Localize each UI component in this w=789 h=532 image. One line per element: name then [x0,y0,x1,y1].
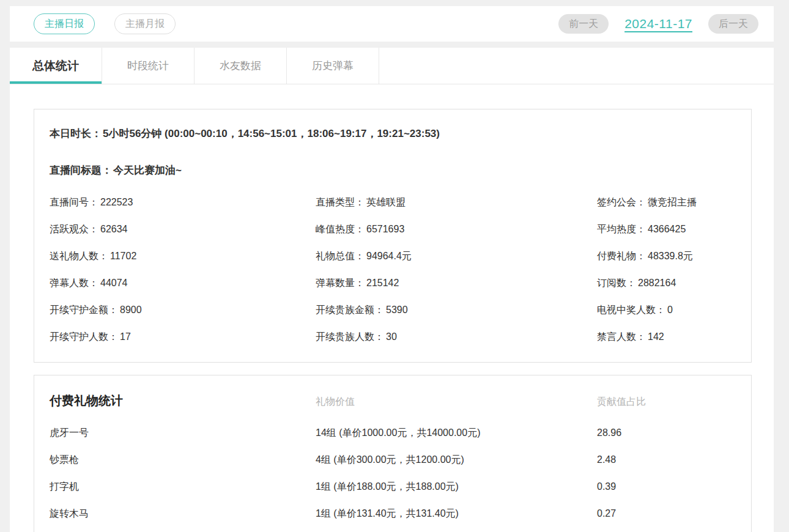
stat-subscribers: 订阅数：2882164 [597,277,736,290]
stat-guard-users: 开续守护人数：17 [50,331,316,344]
room-title-label: 直播间标题： [50,164,112,176]
stat-danmaku-users: 弹幕人数：44074 [50,277,316,290]
tab-viewer-data[interactable]: 水友数据 [194,48,287,84]
date-navigator: 前一天 2024-11-17 后一天 [558,14,758,33]
stat-peak-heat: 峰值热度：6571693 [316,223,597,236]
stat-muted-users: 禁言人数：142 [597,331,736,344]
gift-row: 旋转木马 1组 (单价131.40元，共131.40元) 0.27 [50,508,736,520]
stats-grid: 直播间号：222523 直播类型：英雄联盟 签约公会：微竞招主播 活跃观众：62… [50,196,736,344]
gift-row: 钞票枪 4组 (单价300.00元，共1200.00元) 2.48 [50,454,736,467]
main-content: 本日时长：5小时56分钟 (00:00~00:10，14:56~15:01，18… [10,84,774,532]
gift-value-column-header: 礼物价值 [316,396,597,408]
stat-avg-heat: 平均热度：4366425 [597,223,736,236]
tab-period-stats[interactable]: 时段统计 [102,48,194,84]
gift-value: 14组 (单价1000.00元，共14000.00元) [316,427,597,440]
gift-ratio: 2.48 [597,454,736,465]
stat-noble-amount: 开续贵族金额：5390 [316,304,597,317]
gift-row: 打字机 1组 (单价188.00元，共188.00元) 0.39 [50,481,736,493]
tab-overall-stats[interactable]: 总体统计 [10,48,102,84]
room-title-line: 直播间标题：今天比赛加油~ [50,163,736,177]
stat-active-viewers: 活跃观众：62634 [50,223,316,236]
gift-table-header: 付费礼物统计 礼物价值 贡献值占比 [50,393,736,409]
tab-bar: 总体统计 时段统计 水友数据 历史弹幕 [10,48,774,84]
gift-ratio: 0.27 [597,508,736,519]
current-date-link[interactable]: 2024-11-17 [624,17,692,31]
stream-duration-line: 本日时长：5小时56分钟 (00:00~00:10，14:56~15:01，18… [50,127,736,141]
stat-gift-total-value: 礼物总值：94964.4元 [316,250,597,263]
gift-ratio: 0.39 [597,481,736,492]
stat-room-id: 直播间号：222523 [50,196,316,209]
gift-ratio: 28.96 [597,427,736,438]
prev-day-button[interactable]: 前一天 [558,14,609,33]
stat-guard-amount: 开续守护金额：8900 [50,304,316,317]
room-title-value: 今天比赛加油~ [113,164,182,176]
tab-history-danmaku[interactable]: 历史弹幕 [287,48,379,84]
gift-row: 虎牙一号 14组 (单价1000.00元，共14000.00元) 28.96 [50,427,736,440]
gift-table-body: 虎牙一号 14组 (单价1000.00元，共14000.00元) 28.96 钞… [50,427,736,532]
stat-stream-type: 直播类型：英雄联盟 [316,196,597,209]
stream-duration-value: 5小时56分钟 (00:00~00:10，14:56~15:01，18:06~1… [103,128,440,139]
stat-paid-gifts: 付费礼物：48339.8元 [597,250,736,263]
gift-name: 钞票枪 [50,454,316,467]
stat-guild: 签约公会：微竞招主播 [597,196,736,209]
stream-duration-label: 本日时长： [50,128,102,139]
gift-value: 4组 (单价300.00元，共1200.00元) [316,454,597,467]
stat-tv-winners: 电视中奖人数：0 [597,304,736,317]
summary-card: 本日时长：5小时56分钟 (00:00~00:10，14:56~15:01，18… [34,109,752,363]
next-day-button[interactable]: 后一天 [708,14,758,33]
monthly-report-pill[interactable]: 主播月报 [114,13,176,34]
gift-name: 打字机 [50,481,316,493]
stat-noble-users: 开续贵族人数：30 [316,331,597,344]
gift-value: 1组 (单价131.40元，共131.40元) [316,508,597,520]
gift-name: 旋转木马 [50,508,316,520]
gift-ratio-column-header: 贡献值占比 [597,396,736,408]
daily-report-pill[interactable]: 主播日报 [34,13,95,34]
paid-gifts-card: 付费礼物统计 礼物价值 贡献值占比 虎牙一号 14组 (单价1000.00元，共… [34,375,752,532]
gift-table-title: 付费礼物统计 [50,393,316,409]
gift-value: 1组 (单价188.00元，共188.00元) [316,481,597,493]
topbar: 主播日报 主播月报 前一天 2024-11-17 后一天 [10,6,774,42]
gift-name: 虎牙一号 [50,427,316,440]
stat-gifters-count: 送礼物人数：11702 [50,250,316,263]
stat-danmaku-count: 弹幕数量：215142 [316,277,597,290]
